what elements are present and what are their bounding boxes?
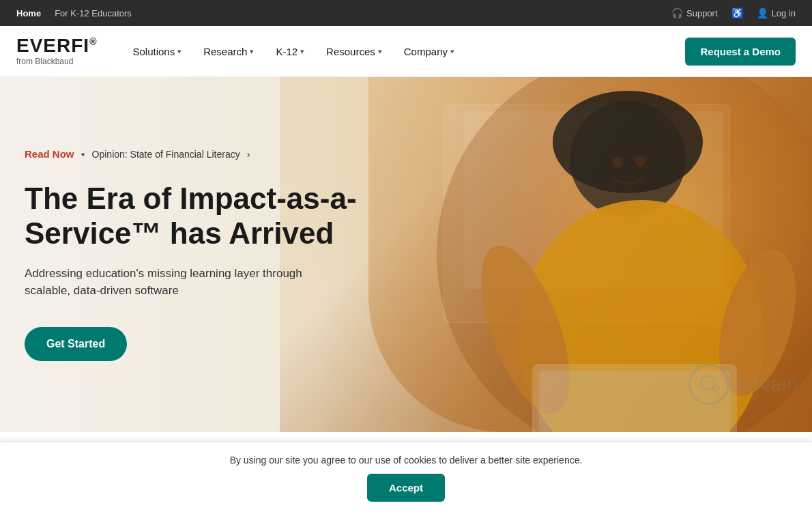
educators-link[interactable]: For K-12 Educators: [55, 8, 132, 18]
accessibility-icon: [731, 8, 743, 18]
nav-resources[interactable]: Resources ▾: [318, 40, 390, 63]
chevron-down-icon: ▾: [177, 47, 182, 56]
revain-watermark: Revain: [688, 364, 798, 405]
revain-icon: [688, 364, 729, 405]
main-nav: EVERFI® from Blackbaud Solutions ▾ Resea…: [0, 26, 812, 77]
hero-content: Read Now ● Opinion: State of Financial L…: [25, 77, 379, 432]
revain-text-label: Revain: [735, 373, 798, 395]
banner-dot: ●: [81, 150, 85, 158]
request-demo-button[interactable]: Request a Demo: [685, 38, 796, 66]
hero-title: The Era of Impact-as-a-Service™ has Arri…: [25, 182, 379, 251]
svg-point-2: [553, 91, 703, 193]
person-icon: [757, 8, 768, 18]
svg-point-9: [635, 156, 646, 167]
hero-banner: Read Now ● Opinion: State of Financial L…: [25, 148, 379, 160]
svg-line-12: [716, 386, 720, 390]
nav-research[interactable]: Research ▾: [195, 40, 262, 63]
headphone-icon: [671, 8, 683, 18]
login-link[interactable]: Log in: [757, 8, 796, 18]
top-bar: Home For K-12 Educators Support Log in: [0, 0, 812, 26]
hero-subtitle: Addressing education's missing learning …: [25, 265, 325, 300]
top-bar-right: Support Log in: [671, 8, 796, 18]
accessibility-link[interactable]: [731, 8, 743, 18]
hero-section: Read Now ● Opinion: State of Financial L…: [0, 77, 812, 432]
arrow-icon: ›: [247, 149, 250, 160]
chevron-down-icon: ▾: [378, 47, 382, 56]
nav-solutions[interactable]: Solutions ▾: [124, 40, 190, 63]
nav-company[interactable]: Company ▾: [396, 40, 463, 63]
get-started-button[interactable]: Get Started: [25, 327, 127, 361]
top-bar-left: Home For K-12 Educators: [16, 8, 132, 18]
read-now-link[interactable]: Read Now: [25, 148, 74, 160]
chevron-down-icon: ▾: [450, 47, 454, 56]
svg-point-8: [612, 157, 623, 168]
nav-links: Solutions ▾ Research ▾ K-12 ▾ Resources …: [124, 40, 463, 63]
logo-text: EVERFI®: [16, 36, 97, 55]
support-link[interactable]: Support: [671, 8, 718, 18]
banner-text: Opinion: State of Financial Literacy: [92, 149, 240, 160]
chevron-down-icon: ▾: [300, 47, 304, 56]
logo[interactable]: EVERFI® from Blackbaud: [16, 36, 97, 66]
home-link[interactable]: Home: [16, 8, 41, 18]
svg-line-11: [712, 388, 719, 394]
chevron-down-icon: ▾: [250, 47, 254, 56]
nav-k12[interactable]: K-12 ▾: [267, 40, 313, 63]
logo-sub: from Blackbaud: [16, 57, 97, 66]
